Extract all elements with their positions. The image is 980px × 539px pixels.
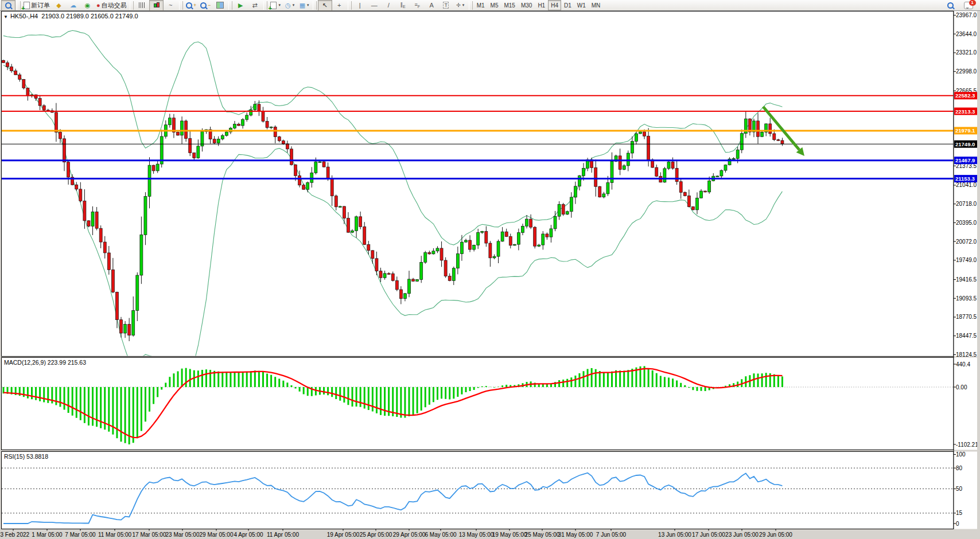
cloud-icon: ☁ [70, 2, 76, 9]
toolbar-separator [313, 1, 317, 10]
timeframe-button-m5[interactable]: M5 [488, 0, 501, 10]
svg-text:18124.5: 18124.5 [956, 351, 977, 358]
svg-text:7 Mar 05:00: 7 Mar 05:00 [65, 532, 96, 538]
main-toolbar: 新订单 ◆ ☁ ◉ ● 自动交易 ~ + − ▶ ⇄ ▾ ◷▾ ▦▾ ↖ + |… [0, 0, 980, 11]
svg-text:100: 100 [956, 451, 966, 458]
toolbar-separator [469, 1, 473, 10]
autotrading-button[interactable]: ● 自动交易 [95, 0, 129, 11]
chart-shift-button[interactable]: ⇄ [248, 0, 262, 11]
svg-text:25 May 05:00: 25 May 05:00 [525, 532, 560, 538]
candle-chart-icon [153, 2, 159, 9]
toolbar-separator [228, 1, 232, 10]
shapes-tool[interactable]: ✢▾ [453, 0, 468, 11]
fibonacci-tool[interactable]: ≡F [410, 0, 425, 11]
horizontal-line-tool[interactable]: — [367, 0, 382, 11]
svg-text:22582.3: 22582.3 [955, 92, 975, 99]
periods-button[interactable]: ◷▾ [283, 0, 297, 11]
svg-text:6 May 05:00: 6 May 05:00 [425, 532, 456, 538]
toolbar-separator [348, 1, 352, 10]
cursor-tool-button[interactable]: ↖ [318, 0, 332, 11]
signals-button[interactable]: ◉ [80, 0, 95, 11]
symbol-period-label: HK50-,H4 [10, 13, 38, 19]
svg-text:15: 15 [956, 510, 963, 516]
chart-shift-icon: ⇄ [252, 2, 258, 9]
fibonacci-icon: ≡F [414, 2, 420, 9]
clock-icon: ◷ [285, 2, 291, 9]
svg-text:19749.0: 19749.0 [956, 257, 977, 263]
vertical-line-tool[interactable]: | [353, 0, 367, 11]
market-button[interactable]: ☁ [66, 0, 80, 11]
chart-canvas[interactable]: 23967.023644.023321.022998.022665.521373… [0, 0, 980, 539]
candle-chart-button[interactable] [149, 0, 164, 11]
chat-bubble-icon: 1 [964, 2, 973, 9]
global-search-button[interactable] [943, 0, 958, 11]
trading-terminal-window: 新订单 ◆ ☁ ◉ ● 自动交易 ~ + − ▶ ⇄ ▾ ◷▾ ▦▾ ↖ + |… [0, 0, 980, 539]
zoom-out-icon [200, 2, 207, 9]
shapes-icon: ✢ [456, 2, 461, 8]
notification-badge: 1 [969, 0, 976, 6]
line-chart-icon: ~ [169, 2, 172, 9]
indicators-button[interactable]: ▾ [269, 0, 283, 11]
macd-indicator-label: MACD(12,26,9) 223.99 215.63 [4, 359, 86, 366]
svg-text:11 Apr 05:00: 11 Apr 05:00 [267, 532, 299, 538]
vertical-line-icon: | [359, 2, 361, 9]
timeframe-button-w1[interactable]: W1 [574, 0, 589, 10]
svg-text:17 Mar 05:00: 17 Mar 05:00 [133, 532, 166, 538]
templates-button[interactable]: ▦▾ [297, 0, 312, 11]
svg-text:19 Apr 05:00: 19 Apr 05:00 [327, 532, 360, 538]
zoom-in-button[interactable]: + [184, 0, 199, 11]
metaeditor-button[interactable]: ◆ [52, 0, 66, 11]
crosshair-tool-button[interactable]: + [332, 0, 347, 11]
search-toggle-button[interactable] [1, 0, 15, 11]
zoom-out-button[interactable]: − [199, 0, 213, 11]
svg-text:21467.9: 21467.9 [955, 157, 975, 163]
bar-chart-button[interactable] [135, 0, 149, 11]
rsi-indicator-label: RSI(15) 53.8818 [4, 453, 48, 460]
ohlc-readout: 21903.0 21989.0 21605.0 21749.0 [41, 13, 138, 19]
timeframe-button-h4[interactable]: H4 [548, 0, 561, 10]
search-icon [5, 2, 11, 9]
time-axis[interactable]: 23 Feb 20221 Mar 05:007 Mar 05:0011 Mar … [0, 529, 792, 538]
trendline-tool[interactable]: / [382, 0, 396, 11]
channel-tool[interactable]: ∥E [396, 0, 410, 11]
editor-icon: ◆ [56, 2, 61, 9]
svg-text:22998.0: 22998.0 [956, 68, 977, 75]
chevron-down-icon: ▾ [307, 3, 309, 7]
svg-text:29 Mar 05:00: 29 Mar 05:00 [200, 532, 234, 538]
text-tool[interactable]: A [425, 0, 439, 11]
text-label-tool[interactable]: T [439, 0, 453, 11]
toolbar-separator [179, 1, 183, 10]
auto-scroll-button[interactable]: ▶ [234, 0, 248, 11]
toolbar-separator [130, 1, 134, 10]
signal-icon: ◉ [85, 2, 91, 9]
svg-text:22313.3: 22313.3 [955, 108, 975, 115]
timeframe-button-m30[interactable]: M30 [518, 0, 535, 10]
notifications-button[interactable]: 1 [961, 0, 975, 11]
svg-text:23 Mar 05:00: 23 Mar 05:00 [166, 532, 200, 538]
bar-chart-icon [139, 2, 145, 8]
timeframe-button-m1[interactable]: M1 [474, 0, 488, 10]
timeframe-button-h1[interactable]: H1 [535, 0, 548, 10]
svg-text:13 May 05:00: 13 May 05:00 [459, 532, 494, 538]
svg-text:29 Jun 05:00: 29 Jun 05:00 [759, 532, 792, 538]
channel-icon: ∥E [400, 2, 406, 9]
timeframe-button-m15[interactable]: M15 [501, 0, 518, 10]
crosshair-icon: + [337, 2, 341, 9]
trendline-icon: / [388, 2, 390, 9]
svg-text:18770.5: 18770.5 [956, 314, 977, 320]
new-order-icon [24, 2, 30, 9]
svg-text:31 May 05:00: 31 May 05:00 [558, 532, 593, 538]
autotrading-label: 自动交易 [102, 1, 127, 10]
line-chart-button[interactable]: ~ [164, 0, 178, 11]
timeframe-button-mn[interactable]: MN [589, 0, 604, 10]
tile-windows-button[interactable] [213, 0, 227, 11]
new-order-label: 新订单 [31, 1, 50, 10]
tile-windows-icon [216, 2, 224, 9]
timeframe-button-d1[interactable]: D1 [561, 0, 574, 10]
svg-text:11 Mar 05:00: 11 Mar 05:00 [98, 532, 132, 538]
new-order-button[interactable]: 新订单 [22, 0, 52, 11]
svg-text:50: 50 [956, 486, 963, 492]
svg-text:18447.5: 18447.5 [956, 333, 977, 339]
one-click-trading-toggle-icon[interactable]: ▼ [3, 14, 8, 19]
svg-text:0: 0 [956, 521, 959, 527]
